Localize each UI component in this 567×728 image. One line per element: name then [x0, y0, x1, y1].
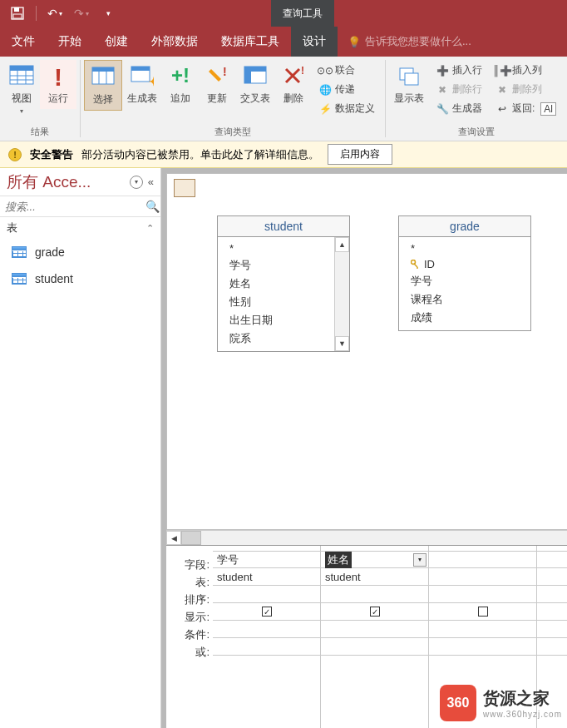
view-button[interactable]: 视图▾ [3, 60, 40, 118]
field-item[interactable]: 课程名 [399, 290, 530, 309]
table-icon [12, 246, 27, 258]
field-item[interactable]: 性别 [218, 293, 334, 311]
select-icon [90, 64, 116, 91]
grid-sort-cell[interactable] [429, 586, 536, 603]
dropdown-icon[interactable]: ▾ [413, 553, 426, 567]
grid-sort-cell[interactable] [213, 586, 320, 603]
append-button[interactable]: +!追加 [162, 60, 199, 109]
tab-dbtools[interactable]: 数据库工具 [210, 27, 291, 57]
builder-button[interactable]: 🔧生成器 [432, 100, 486, 117]
showtable-button[interactable]: 显示表 [389, 60, 429, 109]
grid-field-cell[interactable]: 姓名▾ [321, 551, 428, 568]
table-box-student[interactable]: student * 学号 姓名 性别 出生日期 院系 ▲▼ [217, 215, 350, 352]
grid-label-criteria: 条件: [166, 626, 213, 643]
field-item[interactable]: 院系 [218, 329, 334, 348]
grid-show-cell[interactable]: ✓ [213, 603, 320, 621]
tab-file[interactable]: 文件 [0, 27, 47, 57]
field-item[interactable]: 姓名 [218, 275, 334, 293]
grid-table-cell[interactable]: student [321, 568, 428, 586]
run-icon: ! [45, 63, 71, 90]
group-querysetup-label: 查询设置 [458, 123, 495, 141]
nav-section-tables[interactable]: 表⌃ [0, 217, 160, 239]
field-item[interactable]: 出生日期 [218, 311, 334, 329]
warning-message[interactable]: 部分活动内容已被禁用。单击此处了解详细信息。 [81, 147, 319, 162]
save-icon[interactable] [7, 2, 28, 24]
checkbox-checked[interactable]: ✓ [262, 607, 272, 617]
insert-col-button[interactable]: ║➕插入列 [492, 62, 560, 79]
qat-customize-icon[interactable]: ▾ [97, 2, 119, 24]
update-button[interactable]: !更新 [199, 60, 235, 109]
datadef-button[interactable]: ⚡数据定义 [315, 100, 378, 117]
table-scrollbar[interactable]: ▲▼ [334, 237, 349, 351]
chevron-up-icon: ⌃ [146, 223, 154, 234]
grid-show-cell[interactable]: ✓ [321, 603, 428, 621]
return-button[interactable]: ↩返回:Al [492, 100, 560, 117]
union-button[interactable]: ⊙⊙联合 [315, 62, 378, 79]
grid-column[interactable]: 学号 student ✓ [213, 546, 321, 728]
enable-content-button[interactable]: 启用内容 [328, 144, 392, 165]
checkbox-unchecked[interactable] [478, 607, 488, 617]
undo-icon[interactable]: ↶ ▾ [44, 2, 66, 24]
delete-query-button[interactable]: !删除 [275, 60, 312, 109]
grid-table-cell[interactable] [429, 568, 536, 586]
search-icon[interactable]: 🔍 [145, 200, 160, 213]
tab-home[interactable]: 开始 [47, 27, 93, 57]
grid-criteria-cell[interactable] [429, 621, 536, 638]
nav-item-student[interactable]: student [0, 265, 160, 292]
grid-show-cell[interactable] [429, 603, 536, 621]
datasheet-icon [8, 63, 35, 90]
tab-external[interactable]: 外部数据 [140, 27, 210, 57]
return-icon: ↩ [496, 102, 509, 116]
tab-design[interactable]: 设计 [291, 27, 338, 57]
field-item[interactable]: 学号 [218, 256, 334, 275]
grid-criteria-cell[interactable] [321, 621, 428, 638]
field-item[interactable]: * [399, 240, 530, 256]
field-item-pk[interactable]: ID [399, 256, 530, 272]
tell-me-search[interactable]: 💡告诉我您想要做什么... [338, 27, 471, 57]
insert-row-button[interactable]: ➕插入行 [432, 62, 486, 79]
field-item[interactable]: 学号 [399, 272, 530, 290]
grid-field-cell[interactable]: 学号 [213, 551, 320, 568]
security-warning-bar: ! 安全警告 部分活动内容已被禁用。单击此处了解详细信息。 启用内容 [0, 141, 567, 168]
query-object-tab[interactable] [174, 179, 195, 197]
field-item[interactable]: * [218, 240, 334, 256]
delete-icon: ! [280, 63, 307, 90]
passthrough-icon: 🌐 [318, 83, 332, 97]
delete-col-icon: ✖ [496, 83, 509, 97]
nav-dropdown-icon[interactable]: ▾ [130, 176, 143, 189]
svg-text:+!: +! [171, 66, 190, 87]
union-icon: ⊙⊙ [318, 64, 332, 77]
update-icon: ! [204, 63, 230, 90]
svg-rect-4 [10, 66, 33, 71]
grid-or-cell[interactable] [429, 638, 536, 656]
grid-or-cell[interactable] [213, 638, 320, 656]
nav-item-grade[interactable]: grade [0, 239, 160, 265]
table-title: student [218, 216, 349, 237]
grid-column[interactable]: 姓名▾ student ✓ [321, 546, 429, 728]
grid-or-cell[interactable] [321, 638, 428, 656]
crosstab-button[interactable]: 交叉表 [235, 60, 275, 109]
nav-header[interactable]: 所有 Acce... ▾ « [0, 168, 160, 196]
tab-create[interactable]: 创建 [93, 27, 140, 57]
grid-field-cell[interactable] [429, 551, 536, 568]
checkbox-checked[interactable]: ✓ [370, 607, 380, 617]
grid-sort-cell[interactable] [321, 586, 428, 603]
svg-rect-1 [14, 7, 19, 12]
select-query-button[interactable]: 选择 [84, 60, 122, 111]
field-item[interactable]: 成绩 [399, 309, 530, 327]
maketable-button[interactable]: ✦生成表 [122, 60, 162, 109]
watermark-url: www.360hyzj.com [483, 710, 562, 719]
passthrough-button[interactable]: 🌐传递 [315, 81, 378, 98]
design-hscroll[interactable]: ◀▶ [166, 530, 567, 545]
nav-collapse-icon[interactable]: « [148, 176, 154, 188]
grid-table-cell[interactable]: student [213, 568, 320, 586]
grid-criteria-cell[interactable] [213, 621, 320, 638]
run-button[interactable]: !运行 [40, 60, 76, 109]
table-box-grade[interactable]: grade * ID 学号 课程名 成绩 [398, 215, 531, 331]
svg-line-26 [414, 264, 417, 267]
redo-icon: ↷ ▾ [71, 2, 92, 24]
svg-text:!: ! [54, 64, 62, 89]
svg-rect-21 [244, 67, 266, 72]
nav-search-input[interactable] [5, 201, 145, 213]
delete-row-icon: ✖ [436, 83, 449, 97]
